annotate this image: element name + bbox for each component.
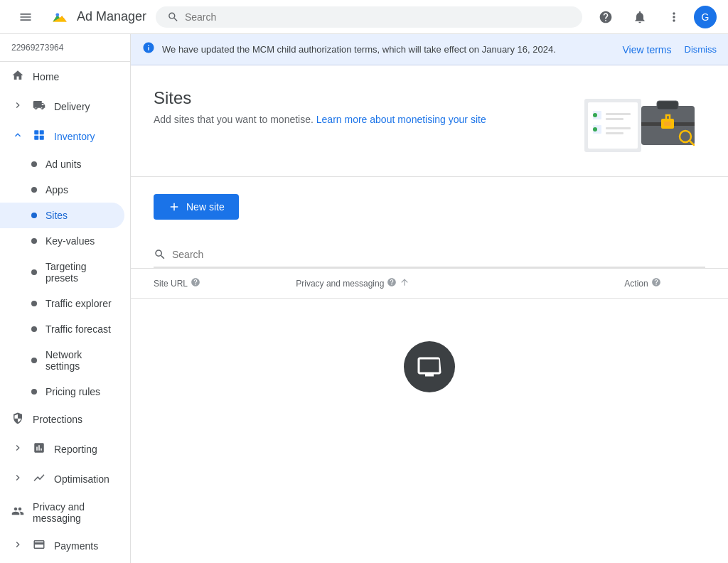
payments-icon xyxy=(33,538,46,554)
svg-rect-4 xyxy=(34,136,38,140)
svg-rect-12 xyxy=(606,127,631,129)
app-logo[interactable]: Ad Manager xyxy=(48,6,146,28)
svg-rect-0 xyxy=(48,6,71,28)
svg-point-15 xyxy=(593,127,597,132)
sidebar-item-targeting-presets[interactable]: Targeting presets xyxy=(0,254,124,291)
sidebar-item-sites[interactable]: Sites xyxy=(0,203,124,228)
privacy-messaging-help-icon[interactable] xyxy=(387,277,397,289)
app-name: Ad Manager xyxy=(77,9,146,24)
sidebar-item-payments[interactable]: Payments xyxy=(0,531,124,561)
table-search-bar xyxy=(131,237,728,269)
delivery-expand-icon xyxy=(11,100,24,114)
avatar[interactable]: G xyxy=(694,6,717,28)
sidebar-item-label: Inventory xyxy=(54,131,113,142)
view-terms-link[interactable]: View terms xyxy=(623,44,672,55)
sidebar-item-traffic-forecast[interactable]: Traffic forecast xyxy=(0,316,124,342)
content-area: We have updated the MCM child authorizat… xyxy=(131,34,728,563)
sites-table: Site URL Privacy and messaging xyxy=(131,269,728,299)
inventory-expand-icon xyxy=(11,129,24,144)
protections-icon xyxy=(11,412,24,427)
sidebar-item-label: Sites xyxy=(46,210,113,221)
dot-icon xyxy=(31,213,37,218)
info-icon xyxy=(142,41,155,58)
payments-expand-icon xyxy=(11,539,24,553)
sidebar-item-pricing-rules[interactable]: Pricing rules xyxy=(0,379,124,404)
sidebar-item-key-values[interactable]: Key-values xyxy=(0,228,124,254)
svg-rect-10 xyxy=(606,118,623,120)
new-site-label: New site xyxy=(186,201,225,213)
optimisation-icon xyxy=(33,471,46,487)
dot-icon xyxy=(31,161,37,167)
sidebar-item-label: Ad units xyxy=(46,159,113,170)
sidebar-item-label: Traffic forecast xyxy=(46,323,113,335)
sidebar-item-inventory[interactable]: Inventory xyxy=(0,122,124,151)
svg-rect-9 xyxy=(606,113,631,115)
new-site-button[interactable]: New site xyxy=(154,194,239,220)
dot-icon xyxy=(31,238,37,244)
sidebar-item-label: Apps xyxy=(46,184,113,195)
sidebar-item-delivery[interactable]: Delivery xyxy=(0,92,124,122)
col-site-url: Site URL xyxy=(131,269,273,299)
table-search-input[interactable] xyxy=(172,249,314,260)
sidebar-item-label: Delivery xyxy=(54,101,113,112)
dismiss-button[interactable]: Dismiss xyxy=(685,44,717,55)
svg-rect-5 xyxy=(40,136,44,140)
sidebar-item-label: Protections xyxy=(33,414,113,425)
monitor-icon xyxy=(417,354,442,380)
sidebar-item-label: Traffic explorer xyxy=(46,298,113,309)
svg-point-1 xyxy=(55,13,59,16)
svg-rect-13 xyxy=(606,132,623,134)
header-search-bar[interactable] xyxy=(156,6,582,28)
dot-icon xyxy=(31,358,37,363)
sidebar-item-label: Targeting presets xyxy=(46,261,113,284)
learn-more-link[interactable]: Learn more about monetising your site xyxy=(316,114,486,125)
sidebar: 22969273964 Home Delivery xyxy=(0,34,131,563)
sites-illustration xyxy=(577,88,705,159)
col-action: Action xyxy=(601,269,728,299)
menu-button[interactable] xyxy=(11,3,40,31)
help-button[interactable] xyxy=(592,3,620,31)
sidebar-item-optimisation[interactable]: Optimisation xyxy=(0,464,124,494)
site-url-help-icon[interactable] xyxy=(191,277,200,289)
col-privacy-messaging: Privacy and messaging xyxy=(273,269,601,299)
sidebar-item-label: Payments xyxy=(54,540,113,552)
notifications-button[interactable] xyxy=(626,3,654,31)
optimisation-expand-icon xyxy=(11,472,24,486)
svg-rect-17 xyxy=(657,101,678,109)
sidebar-item-home[interactable]: Home xyxy=(0,62,124,92)
sidebar-item-label: Home xyxy=(33,71,113,82)
page-content: Sites Add sites that you want to monetis… xyxy=(131,65,728,563)
sidebar-item-label: Pricing rules xyxy=(46,386,113,397)
sidebar-item-apps[interactable]: Apps xyxy=(0,177,124,203)
page-title: Sites xyxy=(154,88,486,108)
sidebar-item-label: Reporting xyxy=(54,444,113,455)
sidebar-item-protections[interactable]: Protections xyxy=(0,404,124,434)
reporting-expand-icon xyxy=(11,442,24,456)
top-header: Ad Manager G xyxy=(0,0,728,34)
privacy-sort-icon[interactable] xyxy=(400,277,410,289)
header-search-input[interactable] xyxy=(185,11,571,23)
notification-banner: We have updated the MCM child authorizat… xyxy=(131,34,728,65)
sidebar-item-reporting[interactable]: Reporting xyxy=(0,434,124,464)
sidebar-account-id: 22969273964 xyxy=(0,34,130,62)
svg-rect-20 xyxy=(664,122,671,126)
sidebar-item-label: Optimisation xyxy=(54,473,113,485)
banner-text: We have updated the MCM child authorizat… xyxy=(162,44,616,55)
privacy-icon xyxy=(11,505,24,520)
delivery-icon xyxy=(33,99,46,114)
sidebar-item-network-settings[interactable]: Network settings xyxy=(0,342,124,379)
action-help-icon[interactable] xyxy=(651,277,661,289)
sidebar-item-traffic-explorer[interactable]: Traffic explorer xyxy=(0,291,124,316)
dot-icon xyxy=(31,187,37,193)
reporting-icon xyxy=(33,441,46,457)
sidebar-item-label: Network settings xyxy=(46,349,113,372)
sidebar-item-privacy-messaging[interactable]: Privacy and messaging xyxy=(0,494,124,531)
dot-icon xyxy=(31,389,37,395)
dot-icon xyxy=(31,326,37,332)
more-options-button[interactable] xyxy=(660,3,688,31)
empty-state-icon-circle xyxy=(404,341,455,392)
empty-state xyxy=(131,299,728,435)
table-search-icon xyxy=(154,248,166,261)
svg-rect-2 xyxy=(34,130,38,134)
sidebar-item-ad-units[interactable]: Ad units xyxy=(0,151,124,177)
